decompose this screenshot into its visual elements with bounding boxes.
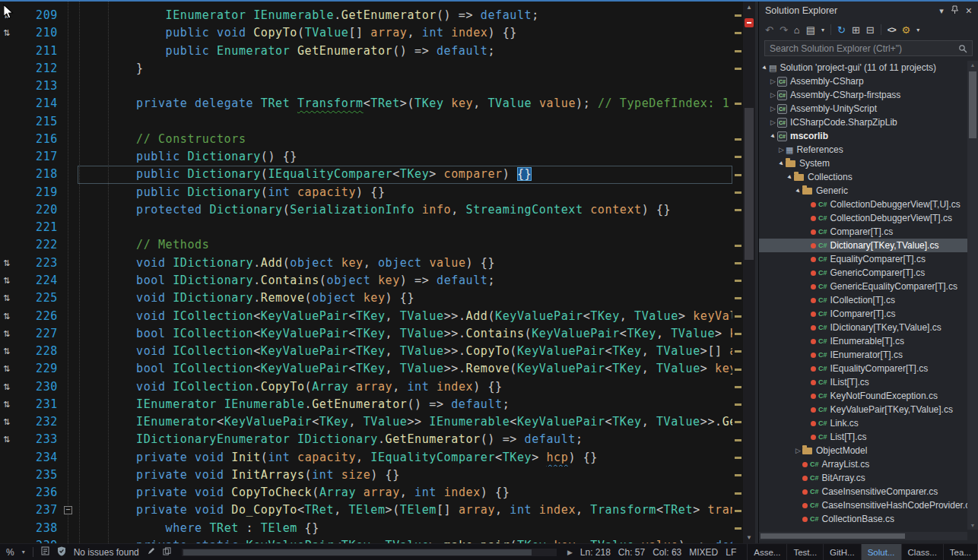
code-text[interactable]: void ICollection<KeyValuePair<TKey, TVal… (78, 343, 732, 360)
editor-vertical-scrollbar[interactable]: ▲ ▼ (743, 2, 755, 543)
code-line[interactable]: ⇅225 void IDictionary.Remove(object key)… (0, 289, 732, 307)
tool-window-tab[interactable]: Solut... (862, 544, 902, 560)
tree-item[interactable]: ▼Collections (759, 170, 967, 184)
reference-arrows-icon[interactable]: ⇅ (0, 272, 18, 289)
scroll-up-icon[interactable]: ▲ (967, 62, 978, 68)
code-line[interactable]: ⇅232 IEnumerator<KeyValuePair<TKey, TVal… (0, 413, 732, 431)
toolbar-caret-icon[interactable]: ▾ (916, 27, 919, 33)
tree-item[interactable]: ▷C#Assembly-UnityScript (759, 102, 967, 115)
search-icon[interactable] (958, 44, 967, 53)
code-text[interactable]: where TRet : TElem {} (78, 520, 732, 537)
code-text[interactable]: void ICollection.CopyTo(Array array, int… (78, 378, 732, 396)
chevron-collapsed-icon[interactable]: ▷ (777, 146, 786, 153)
reference-arrows-icon[interactable]: ⇅ (0, 396, 18, 413)
tree-item[interactable]: C#IDictionary[TKey,TValue].cs (759, 321, 967, 334)
tree-item[interactable]: C#ArrayList.cs (759, 457, 967, 471)
code-text[interactable] (78, 113, 732, 131)
tree-item[interactable]: C#IList[T].cs (759, 375, 967, 389)
code-text[interactable]: void IDictionary.Remove(object key) {} (78, 289, 732, 307)
code-editor[interactable]: ⇅209 IEnumerator IEnumerable.GetEnumerat… (0, 2, 755, 543)
document-icon[interactable] (41, 546, 49, 558)
chevron-collapsed-icon[interactable]: ▷ (769, 78, 777, 85)
tree-item[interactable]: C#IEqualityComparer[T].cs (759, 362, 967, 375)
tree-item[interactable]: ▷C#ICSharpCode.SharpZipLib (759, 115, 967, 129)
reference-arrows-icon[interactable]: ⇅ (0, 378, 18, 396)
tree-item[interactable]: C#IEnumerator[T].cs (759, 348, 967, 362)
code-line[interactable]: 220 protected Dictionary(SerializationIn… (0, 201, 732, 219)
chevron-collapsed-icon[interactable]: ▷ (769, 91, 777, 99)
fold-collapse-icon[interactable]: − (64, 506, 72, 514)
code-line[interactable]: 217 public Dictionary() {} (0, 148, 732, 166)
code-text[interactable]: public Dictionary(int capacity) {} (78, 184, 732, 201)
tool-window-tab[interactable]: Asse... (748, 544, 787, 560)
tree-item[interactable]: C#IEnumerable[T].cs (759, 334, 967, 348)
code-text[interactable]: private delegate TRet Transform<TRet>(TK… (78, 95, 732, 112)
tree-item[interactable]: ▼▤Solution 'project-gui' (11 of 11 proje… (759, 61, 967, 74)
code-line[interactable]: ⇅224 bool IDictionary.Contains(object ke… (0, 272, 732, 289)
tree-item[interactable]: C#BitArray.cs (759, 471, 967, 485)
editor-horizontal-scrollbar[interactable] (182, 549, 557, 556)
tree-item[interactable]: ▷C#Assembly-CSharp-firstpass (759, 88, 967, 102)
issues-status[interactable]: No issues found (74, 547, 139, 558)
chevron-collapsed-icon[interactable]: ▷ (769, 105, 777, 112)
code-line[interactable]: ⇅231 IEnumerator IEnumerable.GetEnumerat… (0, 396, 732, 413)
code-text[interactable]: IEnumerator IEnumerable.GetEnumerator() … (78, 396, 732, 413)
tree-item[interactable]: C#KeyNotFoundException.cs (759, 389, 967, 403)
code-text[interactable]: protected Dictionary(SerializationInfo i… (78, 201, 732, 219)
reference-arrows-icon[interactable]: ⇅ (0, 360, 18, 378)
scroll-up-icon[interactable]: ▲ (743, 4, 755, 11)
code-line[interactable]: 236 private void CopyToCheck(Array array… (0, 484, 732, 501)
code-text[interactable]: private static KeyValuePair<TKey, TValue… (78, 537, 732, 543)
tree-item[interactable]: C#Link.cs (759, 416, 967, 430)
code-text[interactable]: bool ICollection<KeyValuePair<TKey, TVal… (78, 360, 732, 378)
code-line[interactable]: 215 (0, 113, 732, 131)
properties-icon[interactable]: ⚙ (902, 24, 911, 36)
pen-icon[interactable] (147, 547, 155, 558)
scroll-down-icon[interactable]: ▼ (967, 523, 978, 528)
collapse-all-icon[interactable]: ⊟ (866, 24, 875, 36)
code-line[interactable]: ⇅227 bool ICollection<KeyValuePair<TKey,… (0, 325, 732, 343)
reference-arrows-icon[interactable]: ⇅ (0, 325, 18, 343)
code-line[interactable]: ⇅210 public void CopyTo(TValue[] array, … (0, 24, 732, 42)
switch-views-caret-icon[interactable]: ▾ (821, 27, 824, 33)
pages-icon[interactable] (163, 547, 171, 558)
reference-arrows-icon[interactable]: ⇅ (0, 431, 18, 448)
scroll-down-icon[interactable]: ▼ (743, 534, 755, 541)
code-text[interactable] (78, 78, 732, 95)
back-icon[interactable]: ↶ (765, 24, 773, 36)
show-all-files-icon[interactable]: ⊞ (852, 24, 860, 36)
scrollbar-thumb[interactable] (183, 549, 532, 555)
chevron-collapsed-icon[interactable]: ▷ (794, 447, 802, 454)
code-text[interactable]: public void CopyTo(TValue[] array, int i… (78, 24, 732, 42)
code-line[interactable]: 238 where TRet : TElem {} (0, 520, 732, 537)
code-text[interactable]: IEnumerator IEnumerable.GetEnumerator() … (78, 7, 732, 24)
error-indicator-icon[interactable] (745, 18, 754, 27)
forward-icon[interactable]: ↷ (780, 24, 788, 36)
search-input[interactable] (765, 43, 958, 54)
tree-item[interactable]: C#CaseInsensitiveComparer.cs (759, 485, 967, 498)
home-icon[interactable]: ⌂ (794, 24, 800, 36)
code-text[interactable]: bool IDictionary.Contains(object key) =>… (78, 272, 732, 289)
code-text[interactable]: IDictionaryEnumerator IDictionary.GetEnu… (78, 431, 732, 448)
code-line[interactable]: 237− private void Do_CopyTo<TRet, TElem>… (0, 501, 732, 519)
close-icon[interactable]: × (966, 7, 972, 14)
code-line[interactable]: 211 public Enumerator GetEnumerator() =>… (0, 43, 732, 60)
zoom-control[interactable]: % (6, 547, 14, 558)
code-line[interactable]: ⇅230 void ICollection.CopyTo(Array array… (0, 378, 732, 396)
eol-indicator[interactable]: LF (726, 547, 736, 558)
column-indicator[interactable]: Col: 63 (653, 547, 681, 558)
code-text[interactable]: IEnumerator<KeyValuePair<TKey, TValue>> … (78, 413, 732, 431)
code-text[interactable]: public Enumerator GetEnumerator() => def… (78, 43, 732, 60)
tree-item[interactable]: ▷C#Assembly-CSharp (759, 74, 967, 88)
tool-window-tab[interactable]: Tea... (944, 544, 978, 560)
code-text[interactable]: private void Init(int capacity, IEqualit… (78, 449, 732, 467)
reference-arrows-icon[interactable]: ⇅ (0, 308, 18, 325)
scroll-right-icon[interactable]: ▶ (567, 549, 573, 556)
reference-arrows-icon[interactable]: ⇅ (0, 255, 18, 272)
code-line[interactable]: 218 public Dictionary(IEqualityComparer<… (0, 166, 732, 183)
code-line[interactable]: ⇅228 void ICollection<KeyValuePair<TKey,… (0, 343, 732, 360)
tree-item[interactable]: C#CollectionBase.cs (759, 512, 967, 526)
code-line[interactable]: 216 // Constructors (0, 131, 732, 148)
code-line[interactable]: 222 // Methods (0, 236, 732, 254)
tree-item[interactable]: C#Comparer[T].cs (759, 225, 967, 239)
